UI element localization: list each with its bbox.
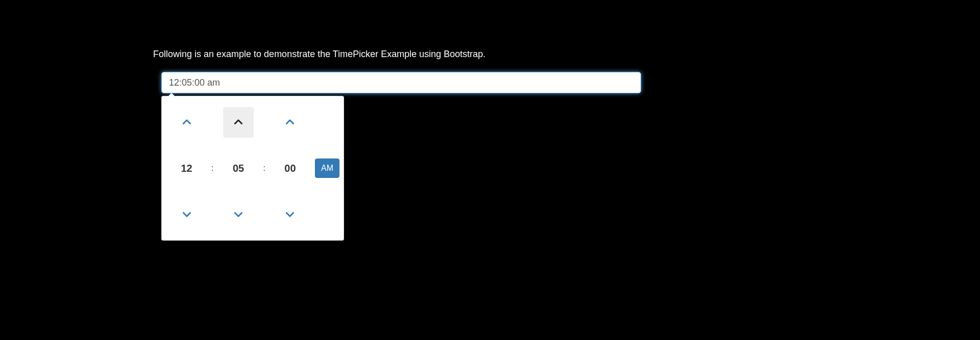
- meridian-spacer: [313, 191, 341, 237]
- separator-cell: [261, 191, 267, 237]
- minute-value[interactable]: 05: [223, 163, 254, 174]
- separator-cell: [209, 99, 215, 145]
- second-increment-button[interactable]: [275, 107, 305, 138]
- chevron-up-icon: [285, 117, 295, 127]
- value-row: 12 : 05 : 00 AM: [164, 145, 341, 191]
- increment-row: [164, 99, 341, 145]
- decrement-row: [164, 191, 341, 237]
- meridian-spacer: [313, 99, 341, 145]
- separator-cell: [209, 191, 215, 237]
- chevron-down-icon: [233, 209, 243, 219]
- page-container: Following is an example to demonstrate t…: [0, 0, 980, 93]
- timepicker-dropdown: 12 : 05 : 00 AM: [161, 96, 344, 241]
- description-text: Following is an example to demonstrate t…: [153, 49, 827, 60]
- chevron-down-icon: [285, 209, 295, 219]
- second-value[interactable]: 00: [275, 163, 305, 174]
- minute-increment-button[interactable]: [223, 107, 254, 138]
- hour-decrement-button[interactable]: [172, 199, 202, 229]
- hour-value[interactable]: 12: [172, 163, 202, 174]
- second-decrement-button[interactable]: [275, 199, 305, 229]
- chevron-up-icon: [233, 117, 243, 127]
- hour-increment-button[interactable]: [172, 107, 202, 138]
- hour-minute-separator: :: [209, 145, 215, 191]
- minute-second-separator: :: [261, 145, 267, 191]
- meridian-toggle-button[interactable]: AM: [315, 159, 339, 178]
- separator-cell: [261, 99, 267, 145]
- timepicker-wrapper: 12 : 05 : 00 AM: [161, 72, 827, 93]
- chevron-up-icon: [182, 117, 192, 127]
- minute-decrement-button[interactable]: [223, 199, 254, 229]
- time-input[interactable]: [161, 72, 641, 93]
- timepicker-table: 12 : 05 : 00 AM: [164, 99, 341, 237]
- chevron-down-icon: [182, 209, 192, 219]
